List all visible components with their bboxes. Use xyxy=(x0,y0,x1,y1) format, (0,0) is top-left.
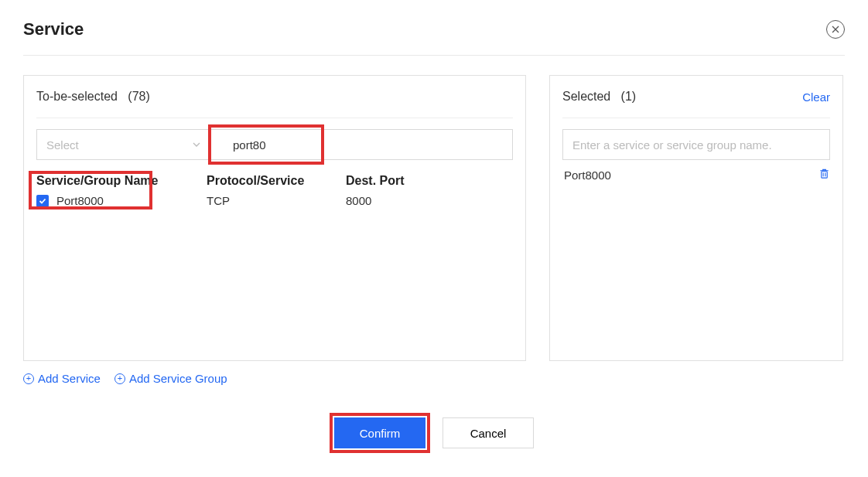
delete-button[interactable] xyxy=(818,168,830,182)
dialog-title: Service xyxy=(23,19,84,39)
cancel-button[interactable]: Cancel xyxy=(443,417,534,448)
add-service-group-label: Add Service Group xyxy=(129,372,227,385)
plus-icon: + xyxy=(23,373,34,384)
trash-icon xyxy=(818,168,830,179)
chevron-down-icon xyxy=(192,138,201,152)
add-service-link[interactable]: + Add Service xyxy=(23,372,101,385)
selected-panel: Selected (1) Clear Port8000 xyxy=(549,75,843,361)
close-icon xyxy=(832,26,839,33)
col-service-name: Service/Group Name xyxy=(36,174,207,188)
selected-count: (1) xyxy=(621,90,637,103)
add-service-group-link[interactable]: + Add Service Group xyxy=(114,372,227,385)
selected-item-name: Port8000 xyxy=(564,169,611,182)
svg-rect-2 xyxy=(822,172,828,178)
check-icon xyxy=(39,197,46,205)
search-input[interactable] xyxy=(211,129,513,160)
filter-select[interactable]: Select xyxy=(36,129,211,160)
col-protocol: Protocol/Service xyxy=(207,174,346,188)
plus-icon: + xyxy=(114,373,125,384)
to-be-selected-count: (78) xyxy=(128,90,149,103)
close-button[interactable] xyxy=(826,20,845,39)
add-service-label: Add Service xyxy=(38,372,101,385)
selected-label: Selected xyxy=(562,90,610,103)
row-name: Port8000 xyxy=(56,194,104,207)
row-port: 8000 xyxy=(346,194,462,207)
selected-search-input[interactable] xyxy=(562,129,830,160)
filter-select-placeholder: Select xyxy=(46,138,79,152)
clear-button[interactable]: Clear xyxy=(802,90,830,104)
selected-item: Port8000 xyxy=(562,160,830,182)
to-be-selected-label: To-be-selected xyxy=(36,90,118,103)
row-checkbox[interactable] xyxy=(36,195,49,207)
row-protocol: TCP xyxy=(207,194,346,207)
table-row[interactable]: Port8000 TCP 8000 xyxy=(36,191,513,210)
col-dest-port: Dest. Port xyxy=(346,174,462,188)
confirm-button[interactable]: Confirm xyxy=(334,417,425,448)
to-be-selected-panel: To-be-selected (78) Select Service/Group… xyxy=(23,75,526,361)
table-header: Service/Group Name Protocol/Service Dest… xyxy=(36,168,513,191)
